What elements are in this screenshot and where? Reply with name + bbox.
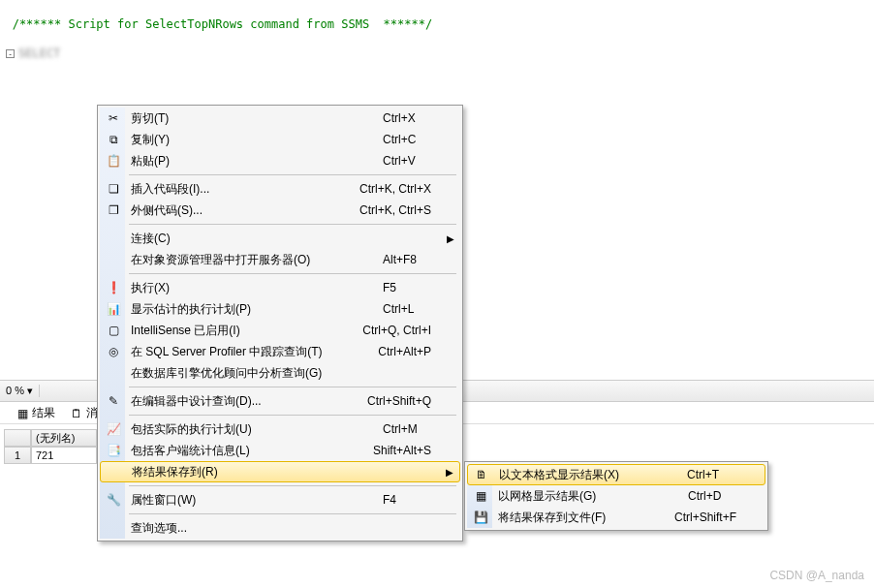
menu-item-shortcut: Ctrl+K, Ctrl+S — [321, 203, 431, 217]
menu-item[interactable]: 🔧属性窗口(W)F4 — [100, 489, 460, 511]
menu-item-shortcut: F4 — [344, 493, 431, 507]
menu-item-label: 显示估计的执行计划(P) — [131, 301, 344, 318]
menu-item[interactable]: 连接(C)▶ — [100, 228, 460, 249]
sql-editor[interactable]: /****** Script for SelectTopNRows comman… — [0, 0, 874, 53]
menu-item-shortcut: Ctrl+Shift+Q — [328, 394, 431, 408]
cut-icon: ✂ — [106, 110, 121, 126]
tab-results[interactable]: ▦ 结果 — [10, 403, 63, 423]
sql-comment: /****** Script for SelectTopNRows comman… — [13, 17, 432, 31]
menu-item[interactable]: 📑包括客户端统计信息(L)Shift+Alt+S — [100, 440, 460, 461]
menu-item-label: 包括客户端统计信息(L) — [131, 443, 334, 459]
menu-item[interactable]: 💾将结果保存到文件(F)Ctrl+Shift+F — [467, 507, 765, 528]
menu-separator — [129, 273, 456, 274]
menu-item-label: 在 SQL Server Profiler 中跟踪查询(T) — [131, 344, 339, 360]
menu-item[interactable]: 📊显示估计的执行计划(P)Ctrl+L — [100, 298, 460, 320]
menu-item[interactable]: ❗执行(X)F5 — [100, 277, 460, 298]
menu-separator — [129, 415, 456, 416]
menu-item[interactable]: ✂剪切(T)Ctrl+X — [100, 108, 460, 129]
menu-separator — [129, 174, 456, 175]
execute-icon: ❗ — [106, 280, 121, 295]
menu-item[interactable]: ✎在编辑器中设计查询(D)...Ctrl+Shift+Q — [100, 390, 460, 412]
cell-value[interactable]: 721 — [31, 447, 97, 464]
snippet-icon: ❏ — [106, 181, 121, 197]
sql-line: SELECT — [18, 46, 60, 60]
row-number: 1 — [4, 447, 31, 464]
menu-item[interactable]: ❐外侧代码(S)...Ctrl+K, Ctrl+S — [100, 200, 460, 221]
menu-item-shortcut: Ctrl+C — [344, 133, 431, 146]
menu-item-label: 查询选项... — [131, 520, 344, 537]
menu-item-shortcut: F5 — [344, 281, 431, 294]
save-results-submenu[interactable]: 🗎以文本格式显示结果(X)Ctrl+T▦以网格显示结果(G)Ctrl+D💾将结果… — [464, 461, 768, 531]
blank-icon — [106, 231, 121, 246]
menu-item[interactable]: 📈包括实际的执行计划(U)Ctrl+M — [100, 418, 460, 440]
menu-item-label: 复制(Y) — [131, 132, 344, 148]
menu-item-label: 将结果保存到(R) — [132, 464, 343, 480]
intellisense-icon: ▢ — [106, 323, 121, 338]
menu-item-shortcut: Shift+Alt+S — [334, 444, 431, 457]
watermark: CSDN @A_nanda — [769, 569, 864, 582]
menu-item-label: 外侧代码(S)... — [131, 202, 321, 219]
submenu-arrow-icon: ▶ — [447, 233, 454, 244]
copy-icon: ⧉ — [106, 132, 121, 147]
menu-item-shortcut: Ctrl+L — [344, 302, 431, 316]
paste-icon: 📋 — [106, 153, 121, 169]
menu-item[interactable]: ❏插入代码段(I)...Ctrl+K, Ctrl+X — [100, 178, 460, 200]
fold-toggle[interactable]: - — [6, 49, 15, 58]
column-header[interactable]: (无列名) — [31, 429, 97, 447]
menu-separator — [129, 224, 456, 225]
menu-item-label: 包括实际的执行计划(U) — [131, 421, 344, 438]
menu-item-shortcut: Ctrl+Shift+F — [636, 511, 736, 524]
surround-icon: ❐ — [106, 202, 121, 218]
row-header-blank — [4, 429, 31, 447]
menu-item-shortcut: Ctrl+T — [648, 468, 735, 481]
properties-icon: 🔧 — [106, 492, 121, 508]
blank-icon — [106, 252, 121, 267]
menu-item[interactable]: 在数据库引擎优化顾问中分析查询(G) — [100, 362, 460, 384]
menu-item-label: 连接(C) — [131, 231, 344, 247]
menu-item-shortcut: Alt+F8 — [344, 253, 431, 266]
menu-item[interactable]: 📋粘贴(P)Ctrl+V — [100, 150, 460, 171]
blank-icon — [106, 520, 121, 536]
menu-item[interactable]: 查询选项... — [100, 517, 460, 539]
menu-item[interactable]: 🗎以文本格式显示结果(X)Ctrl+T — [467, 464, 765, 485]
context-menu[interactable]: ✂剪切(T)Ctrl+X⧉复制(Y)Ctrl+C📋粘贴(P)Ctrl+V❏插入代… — [97, 105, 463, 542]
menu-separator — [129, 387, 456, 387]
menu-item[interactable]: ⧉复制(Y)Ctrl+C — [100, 129, 460, 150]
menu-item-label: 在编辑器中设计查询(D)... — [131, 393, 328, 410]
designer-icon: ✎ — [106, 393, 121, 409]
menu-item-shortcut: Ctrl+V — [344, 154, 431, 168]
results-file-icon: 💾 — [473, 510, 488, 525]
menu-item-label: 将结果保存到文件(F) — [498, 510, 636, 526]
profiler-icon: ◎ — [106, 344, 121, 359]
menu-item[interactable]: 在对象资源管理器中打开服务器(O)Alt+F8 — [100, 249, 460, 270]
menu-item-shortcut: Ctrl+X — [344, 111, 431, 125]
menu-item-label: 属性窗口(W) — [131, 492, 344, 509]
menu-item[interactable]: 将结果保存到(R)▶ — [100, 461, 460, 482]
menu-item[interactable]: ▦以网格显示结果(G)Ctrl+D — [467, 485, 765, 507]
results-grid-icon: ▦ — [473, 488, 488, 504]
menu-separator — [129, 485, 456, 486]
actual-plan-icon: 📈 — [106, 421, 121, 437]
menu-item-label: 粘贴(P) — [131, 153, 344, 170]
menu-item-label: IntelliSense 已启用(I) — [131, 323, 324, 339]
results-text-icon: 🗎 — [474, 467, 489, 482]
plan-est-icon: 📊 — [106, 301, 121, 317]
menu-item[interactable]: ◎在 SQL Server Profiler 中跟踪查询(T)Ctrl+Alt+… — [100, 341, 460, 362]
blank-icon — [106, 365, 121, 381]
menu-item-label: 以网格显示结果(G) — [498, 488, 649, 505]
messages-icon: 🗒 — [71, 407, 82, 420]
menu-item-shortcut: Ctrl+Alt+P — [339, 345, 431, 358]
menu-item-label: 执行(X) — [131, 280, 344, 296]
menu-item-shortcut: Ctrl+D — [649, 489, 736, 503]
menu-item-shortcut: Ctrl+K, Ctrl+X — [321, 182, 431, 196]
grid-icon: ▦ — [17, 407, 28, 420]
client-stats-icon: 📑 — [106, 443, 121, 458]
menu-item-label: 在数据库引擎优化顾问中分析查询(G) — [131, 365, 344, 382]
menu-item-shortcut: Ctrl+Q, Ctrl+I — [324, 324, 431, 337]
menu-item-label: 在对象资源管理器中打开服务器(O) — [131, 252, 344, 268]
menu-separator — [129, 513, 456, 514]
submenu-arrow-icon: ▶ — [446, 467, 453, 478]
zoom-indicator[interactable]: 0 % ▾ — [0, 385, 40, 397]
menu-item[interactable]: ▢IntelliSense 已启用(I)Ctrl+Q, Ctrl+I — [100, 320, 460, 341]
menu-item-shortcut: Ctrl+M — [344, 422, 431, 436]
